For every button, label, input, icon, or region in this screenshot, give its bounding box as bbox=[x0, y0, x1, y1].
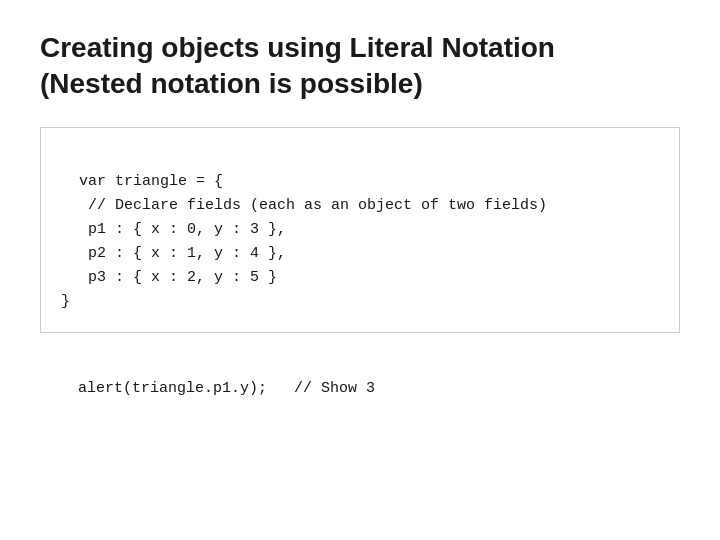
alert-code: alert(triangle.p1.y); // Show 3 bbox=[78, 380, 375, 397]
code-bottom: alert(triangle.p1.y); // Show 3 bbox=[40, 353, 680, 401]
title-line2: (Nested notation is possible) bbox=[40, 68, 423, 99]
slide-title: Creating objects using Literal Notation … bbox=[40, 30, 680, 103]
title-line1: Creating objects using Literal Notation bbox=[40, 32, 555, 63]
code-block: var triangle = { // Declare fields (each… bbox=[61, 173, 547, 310]
code-box: var triangle = { // Declare fields (each… bbox=[40, 127, 680, 333]
